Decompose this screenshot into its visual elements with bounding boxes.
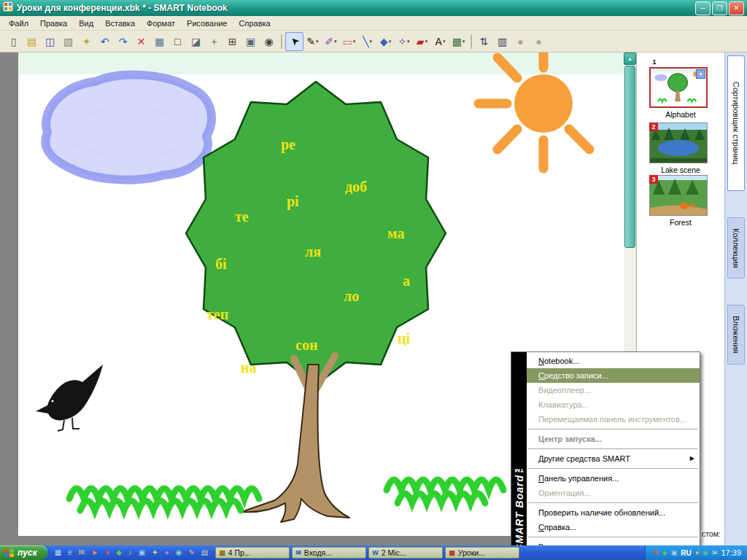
page-thumbnail-lake-scene[interactable]: 2 Lake scene: [649, 122, 712, 174]
quick-launch-icon[interactable]: ◉: [176, 549, 182, 556]
menu-item-check-updates[interactable]: Проверить наличие обновлений...: [527, 505, 700, 520]
tab-gallery[interactable]: Коллекция: [727, 217, 745, 279]
syllable-text[interactable]: бі: [215, 257, 227, 271]
key-button[interactable]: ✦: [77, 32, 96, 51]
redo-button[interactable]: ↷: [114, 32, 132, 51]
menu-item-orientation[interactable]: Ориентация...: [527, 486, 700, 500]
menu-item-other-smart-tools[interactable]: Другие средства SMART ▶: [527, 451, 700, 466]
maximize-button[interactable]: ❐: [712, 1, 727, 15]
menu-item-floating-toolbar[interactable]: Перемещаемая панель инструментов...: [527, 412, 700, 427]
toolbar-knob-1[interactable]: ●: [511, 32, 530, 51]
text-button[interactable]: A ▾: [431, 32, 449, 51]
menu-item-control-panel[interactable]: Панель управления...: [527, 471, 700, 486]
menu-item-keyboard[interactable]: Клавиатура...: [527, 397, 700, 412]
table-button[interactable]: ⊞: [223, 32, 241, 51]
taskbar-window-button[interactable]: ▦ Уроки...: [445, 547, 519, 559]
grass-right[interactable]: [387, 480, 503, 503]
start-button[interactable]: пуск: [0, 545, 47, 560]
taskbar-window-button[interactable]: W 2 Mic...: [368, 547, 443, 559]
new-page-button[interactable]: ▯: [4, 32, 23, 51]
open-button[interactable]: ▤: [23, 32, 41, 51]
quick-launch-icon[interactable]: ▣: [139, 549, 145, 556]
taskbar-window-button[interactable]: ▤ 4 Пр...: [215, 547, 290, 559]
syllable-text[interactable]: ло: [344, 289, 359, 303]
syllable-text[interactable]: теп: [206, 307, 228, 322]
image-button[interactable]: ▩ ▾: [449, 32, 468, 51]
taskbar-window-button[interactable]: ✉ Входя...: [292, 547, 366, 559]
syllable-text[interactable]: ля: [305, 244, 321, 259]
cloud-drawing[interactable]: [45, 75, 212, 180]
tray-icon[interactable]: ▣: [671, 550, 678, 556]
creative-pen-button[interactable]: ✐ ▾: [322, 32, 340, 51]
quick-launch-icon[interactable]: ✦: [152, 549, 158, 556]
title-bar[interactable]: Уроки для конференции.xbk * - SMART Note…: [0, 0, 747, 16]
dual-display-button[interactable]: ▣: [241, 32, 260, 51]
language-indicator[interactable]: RU: [681, 549, 691, 557]
screen-shade-button[interactable]: ▦: [150, 32, 169, 51]
syllable-text[interactable]: доб: [345, 179, 367, 194]
line-button[interactable]: ╲ ▾: [358, 32, 376, 51]
quick-launch-icon[interactable]: ►: [91, 549, 98, 556]
paste-button[interactable]: ▧: [59, 32, 77, 51]
syllable-text[interactable]: сон: [295, 338, 317, 352]
scroll-up-button[interactable]: ▲: [624, 52, 636, 65]
menubar-item[interactable]: Вставка: [99, 17, 141, 30]
quick-launch-icon[interactable]: ●: [165, 549, 169, 556]
quick-launch-icon[interactable]: ▦: [55, 549, 61, 556]
eraser-button[interactable]: ▭ ▾: [340, 32, 358, 51]
syllable-text[interactable]: ці: [398, 331, 410, 346]
page-thumbnail-forest[interactable]: 3 Forest: [649, 175, 712, 227]
quick-launch-icon[interactable]: ♪: [128, 549, 132, 556]
quick-launch-icon[interactable]: ✎: [188, 549, 194, 556]
tab-attachments[interactable]: Вложения: [727, 305, 745, 365]
add-page-button[interactable]: +: [205, 32, 223, 51]
syllable-text[interactable]: те: [235, 209, 249, 224]
syllable-text[interactable]: ма: [387, 226, 405, 241]
syllable-text[interactable]: на: [241, 360, 257, 375]
shapes-button[interactable]: ◆ ▾: [376, 32, 395, 51]
quick-launch-icon[interactable]: e: [68, 549, 72, 556]
menu-item-video-player[interactable]: Видеоплеер...: [527, 383, 700, 397]
menubar-item[interactable]: Формат: [141, 17, 181, 30]
syllable-text[interactable]: ре: [281, 137, 295, 152]
fill-button[interactable]: ▰ ▾: [413, 32, 431, 51]
order-button[interactable]: ⇅: [475, 32, 493, 51]
syllable-text[interactable]: а: [403, 273, 410, 288]
quick-launch-icon[interactable]: ●: [105, 549, 109, 556]
scrollbar-thumb[interactable]: [624, 66, 635, 248]
quick-launch-icon[interactable]: ◆: [116, 549, 122, 556]
tray-icon[interactable]: ●: [695, 550, 699, 556]
group-button[interactable]: ▥: [493, 32, 511, 51]
transparent-bg-button[interactable]: ◪: [187, 32, 205, 51]
page-thumbnail-alphabet[interactable]: 1 ▼ Alphabet: [649, 67, 712, 119]
menu-item-recorder[interactable]: Средство записи...: [527, 368, 700, 383]
close-button[interactable]: ✕: [729, 1, 744, 15]
pen-button[interactable]: ✎ ▾: [303, 32, 322, 51]
tray-icon[interactable]: ◆: [662, 550, 667, 556]
toolbar-knob-2[interactable]: ●: [530, 32, 548, 51]
grass-left[interactable]: [69, 489, 259, 510]
menu-item-notebook[interactable]: Notebook...: [527, 354, 700, 368]
tab-page-sorter[interactable]: Сортировщик страниц: [727, 55, 745, 191]
menu-item-start-center[interactable]: Центр запуска...: [527, 432, 700, 446]
menubar-item[interactable]: Правка: [34, 17, 73, 30]
bird-drawing[interactable]: [36, 365, 103, 431]
undo-button[interactable]: ↶: [96, 32, 114, 51]
menu-item-help[interactable]: Справка...: [527, 520, 700, 534]
quick-launch-icon[interactable]: ▤: [201, 549, 208, 556]
save-button[interactable]: ◫: [41, 32, 59, 51]
tray-icon[interactable]: ✉: [712, 550, 718, 556]
menubar-item[interactable]: Рисование: [181, 17, 233, 30]
select-cursor-button[interactable]: ➤: [285, 32, 303, 51]
minimize-button[interactable]: ─: [695, 1, 711, 15]
syllable-text[interactable]: рі: [287, 194, 299, 209]
menubar-item[interactable]: Вид: [73, 17, 99, 30]
full-screen-button[interactable]: □: [169, 32, 187, 51]
magic-pen-button[interactable]: ✧ ▾: [395, 32, 413, 51]
tray-icon[interactable]: ◉: [703, 550, 708, 556]
screen-capture-button[interactable]: ◉: [260, 32, 278, 51]
delete-button[interactable]: ✕: [132, 32, 150, 51]
quick-launch-icon[interactable]: ✉: [79, 549, 85, 556]
tray-icon[interactable]: ✚: [653, 550, 659, 556]
page-menu-button[interactable]: ▼: [696, 69, 705, 79]
